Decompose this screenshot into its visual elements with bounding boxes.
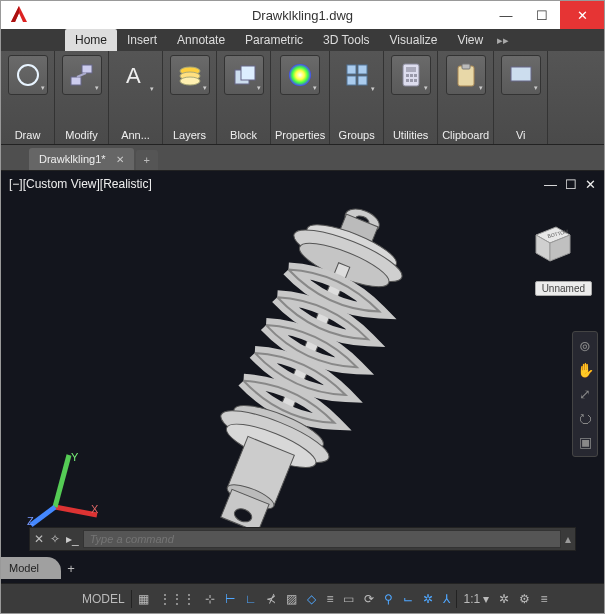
tabs-overflow-icon[interactable]: ▸▸ [493, 29, 513, 51]
status-dyn-icon[interactable]: ⊢ [220, 584, 240, 613]
layers-icon[interactable]: ▾ [170, 55, 210, 95]
ribbon-label[interactable]: Ann... [121, 129, 150, 141]
status-trn-icon[interactable]: ▭ [338, 584, 359, 613]
tab-insert[interactable]: Insert [117, 29, 167, 51]
nav-showmotion-icon[interactable]: ▣ [579, 434, 592, 450]
svg-rect-11 [358, 65, 367, 74]
vp-close-icon[interactable]: ✕ [585, 177, 596, 192]
vp-maximize-icon[interactable]: ☐ [565, 177, 577, 192]
block-icon[interactable]: ▾ [224, 55, 264, 95]
app-logo-icon[interactable] [5, 1, 33, 29]
file-tab[interactable]: Drawklkling1*✕ [29, 148, 134, 170]
svg-point-0 [18, 65, 38, 85]
status-infer-icon[interactable]: ⊹ [200, 584, 220, 613]
status-polar-icon[interactable]: ⊀ [261, 584, 281, 613]
command-input[interactable] [83, 530, 561, 548]
ribbon-tabs: HomeInsertAnnotateParametric3D ToolsVisu… [1, 29, 604, 51]
cmd-close-icon[interactable]: ✕ [34, 532, 44, 546]
status-ortho-icon[interactable]: ∟ [240, 584, 262, 613]
maximize-button[interactable]: ☐ [524, 1, 560, 29]
layout-add-button[interactable]: + [61, 561, 81, 576]
model-3d[interactable] [51, 211, 554, 523]
ribbon-label[interactable]: Properties [275, 129, 325, 141]
ribbon-label[interactable]: Vi [516, 129, 526, 141]
circle-icon[interactable]: ▾ [8, 55, 48, 95]
status-gear-icon[interactable]: ⚙ [514, 584, 535, 613]
ribbon-panel-vi: ▾Vi [494, 51, 548, 144]
status-cyc-icon[interactable]: ⟳ [359, 584, 379, 613]
nav-zoom-icon[interactable]: ⤢ [579, 386, 591, 402]
tab-3d-tools[interactable]: 3D Tools [313, 29, 379, 51]
ribbon-panel-draw: ▾Draw [1, 51, 55, 144]
tab-view[interactable]: View [447, 29, 493, 51]
svg-rect-1 [71, 77, 81, 85]
svg-line-43 [55, 455, 69, 507]
status-lwt-icon[interactable]: ≡ [321, 584, 338, 613]
status-ducs-icon[interactable]: ⌙ [398, 584, 418, 613]
view-icon[interactable]: ▾ [501, 55, 541, 95]
status-3dosnap-icon[interactable]: ⚲ [379, 584, 398, 613]
text-icon[interactable]: A▾ [116, 55, 156, 95]
modify-icon[interactable]: ▾ [62, 55, 102, 95]
utilities-icon[interactable]: ▾ [391, 55, 431, 95]
status-grid-icon[interactable]: ▦ [133, 584, 154, 613]
nav-orbit-icon[interactable]: ⭮ [578, 410, 592, 426]
viewcube[interactable]: BOTTOM [526, 221, 574, 265]
svg-rect-20 [410, 79, 413, 82]
svg-text:Z: Z [27, 515, 34, 527]
layout-tab-model[interactable]: Model [1, 557, 61, 579]
nav-pan-icon[interactable]: ✋ [577, 362, 594, 378]
clipboard-icon[interactable]: ▾ [446, 55, 486, 95]
ucs-icon[interactable]: X Y Z [25, 447, 105, 527]
nav-fullnav-icon[interactable]: ⊚ [579, 338, 591, 354]
file-tab-close-icon[interactable]: ✕ [116, 154, 124, 165]
ribbon-label[interactable]: Clipboard [442, 129, 489, 141]
status-gizmo-icon[interactable]: ⅄ [438, 584, 455, 613]
svg-point-9 [289, 64, 311, 86]
status-mode[interactable]: MODEL [77, 584, 130, 613]
ribbon-label[interactable]: Modify [65, 129, 97, 141]
svg-rect-17 [410, 74, 413, 77]
file-tab-add-button[interactable]: + [136, 150, 158, 170]
view-name-tag[interactable]: Unnamed [535, 281, 592, 296]
tab-visualize[interactable]: Visualize [380, 29, 448, 51]
status-iso-icon[interactable]: ▨ [281, 584, 302, 613]
minimize-button[interactable]: — [488, 1, 524, 29]
status-snap-icon[interactable]: ⋮⋮⋮ [154, 584, 200, 613]
svg-rect-24 [511, 67, 531, 81]
groups-icon[interactable]: ▾ [337, 55, 377, 95]
ribbon-label[interactable]: Groups [339, 129, 375, 141]
status-scale[interactable]: 1:1 ▾ [458, 584, 494, 613]
ribbon-label[interactable]: Block [230, 129, 257, 141]
status-anno-icon[interactable]: ✲ [494, 584, 514, 613]
ribbon-label[interactable]: Layers [173, 129, 206, 141]
tab-annotate[interactable]: Annotate [167, 29, 235, 51]
command-line[interactable]: ✕ ✧ ▸_ ▴ [29, 527, 576, 551]
cmd-config-icon[interactable]: ✧ [50, 532, 60, 546]
cmd-expand-icon[interactable]: ▴ [565, 532, 571, 546]
nav-bar[interactable]: ⊚ ✋ ⤢ ⭮ ▣ [572, 331, 598, 457]
tab-parametric[interactable]: Parametric [235, 29, 313, 51]
ribbon-panel-groups: ▾Groups [330, 51, 384, 144]
ribbon-label[interactable]: Utilities [393, 129, 428, 141]
svg-rect-8 [241, 66, 255, 80]
svg-rect-15 [406, 67, 416, 72]
tab-home[interactable]: Home [65, 29, 117, 51]
viewport-label[interactable]: [−][Custom View][Realistic] [9, 177, 152, 191]
svg-rect-18 [414, 74, 417, 77]
svg-rect-21 [414, 79, 417, 82]
close-button[interactable]: ✕ [560, 1, 604, 29]
status-menu-icon[interactable]: ≡ [535, 584, 552, 613]
status-filter-icon[interactable]: ✲ [418, 584, 438, 613]
titlebar: Drawklkling1.dwg — ☐ ✕ [1, 1, 604, 29]
properties-icon[interactable]: ▾ [280, 55, 320, 95]
ribbon-panel-block: ▾Block [217, 51, 271, 144]
status-osnap-icon[interactable]: ◇ [302, 584, 321, 613]
svg-rect-12 [347, 76, 356, 85]
vp-minimize-icon[interactable]: — [544, 177, 557, 192]
ribbon-panel-modify: ▾Modify [55, 51, 109, 144]
viewport[interactable]: [−][Custom View][Realistic] — ☐ ✕ [1, 171, 604, 583]
svg-text:X: X [91, 503, 99, 515]
file-tabs: Drawklkling1*✕+ [1, 145, 604, 171]
ribbon-label[interactable]: Draw [15, 129, 41, 141]
